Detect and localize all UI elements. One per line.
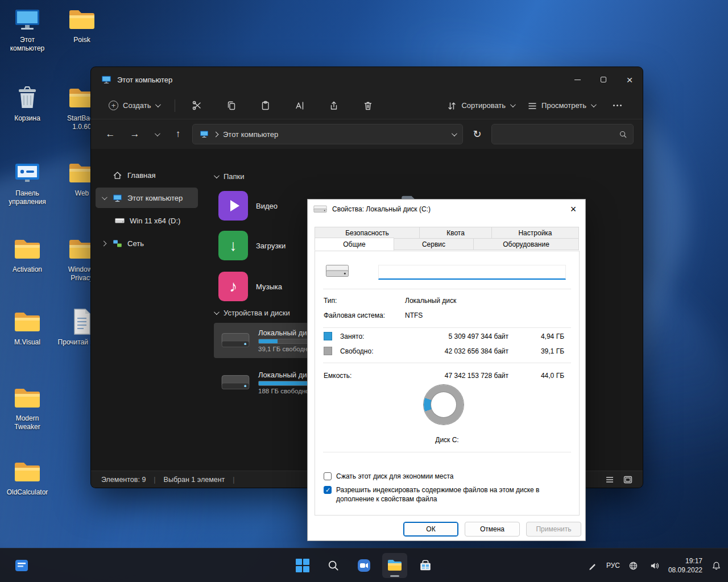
minimize-button[interactable] bbox=[564, 67, 590, 92]
view-button[interactable]: Просмотреть bbox=[520, 97, 601, 115]
minimize-icon bbox=[574, 80, 581, 80]
sidebar-item-home[interactable]: Главная bbox=[96, 165, 198, 185]
desktop-icon-oldcalculator[interactable]: OldCalculator bbox=[2, 458, 52, 497]
section-folders[interactable]: Папки bbox=[214, 169, 245, 183]
new-button[interactable]: Создать bbox=[102, 97, 166, 114]
details-view-icon bbox=[605, 475, 614, 484]
search-input[interactable] bbox=[498, 130, 614, 139]
details-view-button[interactable] bbox=[604, 475, 614, 485]
tab-general[interactable]: Общие bbox=[315, 238, 394, 251]
sidebar-item-label: Этот компьютер bbox=[127, 194, 183, 202]
desktop-icon-recycle-bin[interactable]: Корзина bbox=[2, 84, 52, 123]
clock[interactable]: 19:17 08.09.2022 bbox=[668, 556, 702, 575]
home-icon bbox=[113, 171, 122, 180]
store-button[interactable] bbox=[413, 553, 438, 578]
notifications-button[interactable] bbox=[709, 558, 723, 573]
folder-tile-label: Загрузки bbox=[256, 242, 286, 250]
apply-button[interactable]: Применить bbox=[526, 522, 581, 537]
cancel-button[interactable]: Отмена bbox=[465, 522, 520, 537]
drive-icon bbox=[115, 216, 125, 226]
address-bar[interactable]: Этот компьютер bbox=[192, 124, 463, 144]
music-note-icon bbox=[229, 277, 237, 296]
pen-button[interactable] bbox=[585, 558, 600, 573]
explorer-titlebar[interactable]: Этот компьютер bbox=[91, 67, 643, 92]
dialog-close-button[interactable] bbox=[561, 199, 585, 219]
windows-logo-icon bbox=[296, 559, 309, 572]
forward-button[interactable] bbox=[125, 124, 145, 144]
tab-customize[interactable]: Настройка bbox=[491, 227, 579, 239]
store-icon bbox=[419, 559, 432, 572]
chat-button[interactable] bbox=[351, 553, 377, 578]
tab-hardware[interactable]: Оборудование bbox=[473, 238, 579, 250]
compress-checkbox[interactable] bbox=[324, 472, 332, 480]
status-divider bbox=[233, 476, 234, 484]
file-explorer-button[interactable] bbox=[382, 553, 407, 578]
pinned-app-icon bbox=[14, 558, 29, 573]
sidebar-item-label: Win 11 x64 (D:) bbox=[130, 217, 180, 225]
start-button[interactable] bbox=[290, 553, 315, 578]
copy-button[interactable] bbox=[218, 95, 243, 116]
capacity-bytes: 47 342 153 728 байт bbox=[400, 372, 508, 380]
meatballs-icon bbox=[607, 105, 627, 106]
desktop-icon-label: Poisk bbox=[73, 36, 90, 44]
this-pc-icon bbox=[200, 130, 209, 139]
address-dropdown-icon[interactable] bbox=[452, 131, 457, 136]
desktop-icon-mvisual[interactable]: M.Visual bbox=[2, 308, 52, 347]
system-tray: РУС 19:17 08.09.2022 bbox=[585, 548, 723, 582]
recent-locations-button[interactable] bbox=[149, 124, 164, 144]
item-count: Элементов: 9 bbox=[101, 476, 146, 484]
paste-icon bbox=[260, 100, 271, 111]
tab-tools[interactable]: Сервис bbox=[394, 238, 474, 250]
sort-button[interactable]: Сортировать bbox=[440, 97, 520, 115]
command-bar: Создать bbox=[91, 92, 643, 119]
expand-chevron-icon[interactable] bbox=[101, 240, 107, 246]
desktop-icon-modern-tweaker[interactable]: Modern Tweaker bbox=[2, 384, 52, 431]
desktop-icon-poisk[interactable]: Poisk bbox=[57, 6, 107, 44]
index-checkbox-row[interactable]: Разрешить индексировать содержимое файло… bbox=[324, 485, 562, 504]
compress-checkbox-row[interactable]: Сжать этот диск для экономии места bbox=[324, 472, 453, 481]
share-button[interactable] bbox=[321, 95, 346, 116]
tab-quota[interactable]: Квота bbox=[419, 227, 492, 239]
volume-button[interactable] bbox=[647, 558, 662, 573]
expand-chevron-icon[interactable] bbox=[102, 194, 107, 200]
up-button[interactable] bbox=[168, 124, 188, 144]
dialog-title: Свойства: Локальный диск (C:) bbox=[332, 205, 431, 213]
delete-button[interactable] bbox=[355, 95, 380, 116]
more-options-button[interactable] bbox=[601, 101, 634, 110]
section-devices[interactable]: Устройства и диски bbox=[214, 306, 290, 319]
index-checkbox[interactable] bbox=[324, 486, 332, 494]
rename-button[interactable] bbox=[287, 95, 312, 116]
desktop-icon-label: M.Visual bbox=[14, 338, 40, 347]
taskbar-search-button[interactable] bbox=[321, 553, 346, 578]
sidebar-item-network[interactable]: Сеть bbox=[96, 233, 198, 253]
paste-button[interactable] bbox=[253, 95, 278, 116]
network-button[interactable] bbox=[626, 558, 641, 573]
close-button[interactable] bbox=[617, 67, 643, 92]
desktop-icon-activation[interactable]: Activation bbox=[2, 235, 52, 274]
this-pc-icon bbox=[101, 74, 111, 85]
language-indicator[interactable]: РУС bbox=[606, 562, 620, 569]
sidebar-item-this-pc[interactable]: Этот компьютер bbox=[96, 188, 198, 208]
volume-label-input[interactable] bbox=[378, 265, 566, 280]
breadcrumb[interactable]: Этот компьютер bbox=[223, 130, 278, 139]
sidebar-item-drive-d[interactable]: Win 11 x64 (D:) bbox=[96, 210, 198, 231]
maximize-button[interactable] bbox=[590, 67, 617, 92]
large-icons-view-button[interactable] bbox=[622, 475, 632, 485]
back-button[interactable] bbox=[100, 124, 121, 144]
desktop-icon-control-panel[interactable]: Панель управления bbox=[2, 159, 52, 206]
downloads-folder-icon bbox=[218, 231, 248, 260]
chevron-down-icon bbox=[155, 102, 161, 107]
cut-button[interactable] bbox=[184, 95, 209, 116]
divider bbox=[323, 327, 571, 328]
search-icon bbox=[327, 559, 340, 572]
dialog-titlebar[interactable]: Свойства: Локальный диск (C:) bbox=[308, 199, 585, 219]
trash-icon bbox=[362, 100, 373, 111]
back-icon bbox=[106, 128, 115, 140]
search-box[interactable] bbox=[491, 124, 634, 144]
chat-icon bbox=[357, 558, 371, 573]
pinned-corner-app-button[interactable] bbox=[9, 553, 34, 578]
refresh-button[interactable] bbox=[467, 124, 487, 144]
ok-button[interactable]: ОК bbox=[403, 522, 458, 537]
desktop-icon-this-pc[interactable]: Этот компьютер bbox=[2, 6, 52, 53]
tab-security[interactable]: Безопасность bbox=[315, 227, 420, 239]
